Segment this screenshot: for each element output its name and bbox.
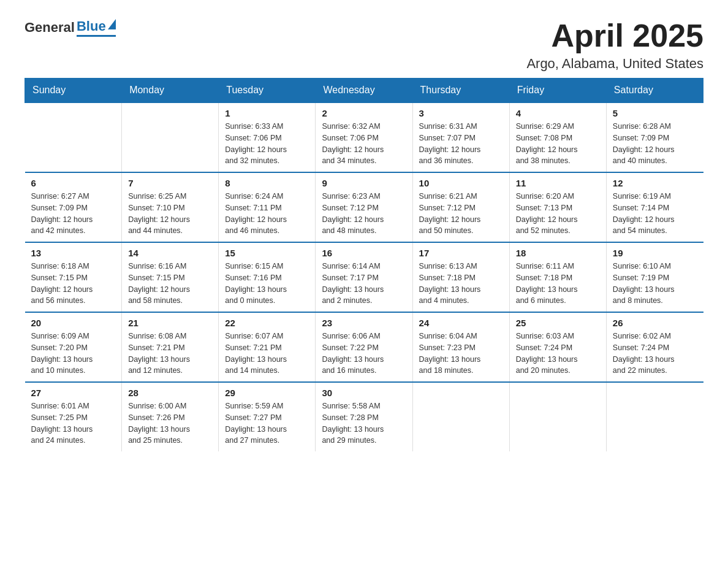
day-number: 29 [225, 388, 309, 398]
calendar-header-tuesday: Tuesday [219, 79, 316, 103]
calendar-cell [509, 382, 606, 451]
day-number: 30 [322, 388, 406, 398]
calendar-cell: 29Sunrise: 5:59 AM Sunset: 7:27 PM Dayli… [219, 382, 316, 451]
day-info: Sunrise: 6:19 AM Sunset: 7:14 PM Dayligh… [613, 191, 697, 237]
calendar-cell: 26Sunrise: 6:02 AM Sunset: 7:24 PM Dayli… [606, 312, 703, 382]
day-info: Sunrise: 6:24 AM Sunset: 7:11 PM Dayligh… [225, 191, 309, 237]
day-number: 5 [613, 108, 697, 118]
day-number: 20 [31, 318, 116, 328]
day-info: Sunrise: 6:15 AM Sunset: 7:16 PM Dayligh… [225, 261, 309, 307]
location-title: Argo, Alabama, United States [526, 56, 703, 72]
day-info: Sunrise: 6:10 AM Sunset: 7:19 PM Dayligh… [613, 261, 697, 307]
day-number: 12 [613, 178, 697, 188]
day-info: Sunrise: 6:29 AM Sunset: 7:08 PM Dayligh… [516, 121, 600, 167]
calendar-cell: 7Sunrise: 6:25 AM Sunset: 7:10 PM Daylig… [122, 172, 219, 242]
calendar-cell [122, 102, 219, 172]
day-info: Sunrise: 6:07 AM Sunset: 7:21 PM Dayligh… [225, 331, 309, 377]
calendar-cell: 25Sunrise: 6:03 AM Sunset: 7:24 PM Dayli… [509, 312, 606, 382]
calendar-week-row: 6Sunrise: 6:27 AM Sunset: 7:09 PM Daylig… [25, 172, 703, 242]
logo-general: General [25, 20, 75, 36]
day-info: Sunrise: 6:14 AM Sunset: 7:17 PM Dayligh… [322, 261, 406, 307]
day-info: Sunrise: 6:25 AM Sunset: 7:10 PM Dayligh… [128, 191, 212, 237]
calendar-header-sunday: Sunday [25, 79, 122, 103]
calendar-cell: 27Sunrise: 6:01 AM Sunset: 7:25 PM Dayli… [25, 382, 122, 451]
day-info: Sunrise: 6:06 AM Sunset: 7:22 PM Dayligh… [322, 331, 406, 377]
calendar-cell: 13Sunrise: 6:18 AM Sunset: 7:15 PM Dayli… [25, 242, 122, 312]
calendar-cell: 22Sunrise: 6:07 AM Sunset: 7:21 PM Dayli… [219, 312, 316, 382]
day-number: 7 [128, 178, 212, 188]
calendar-cell: 20Sunrise: 6:09 AM Sunset: 7:20 PM Dayli… [25, 312, 122, 382]
day-number: 1 [225, 108, 309, 118]
day-number: 28 [128, 388, 212, 398]
day-number: 22 [225, 318, 309, 328]
day-info: Sunrise: 6:01 AM Sunset: 7:25 PM Dayligh… [31, 400, 116, 446]
day-number: 19 [613, 248, 697, 258]
day-number: 3 [419, 108, 503, 118]
day-info: Sunrise: 5:59 AM Sunset: 7:27 PM Dayligh… [225, 400, 309, 446]
calendar-cell: 6Sunrise: 6:27 AM Sunset: 7:09 PM Daylig… [25, 172, 122, 242]
calendar-cell: 19Sunrise: 6:10 AM Sunset: 7:19 PM Dayli… [606, 242, 703, 312]
calendar-header-row: SundayMondayTuesdayWednesdayThursdayFrid… [25, 79, 703, 103]
logo: General Blue [25, 18, 116, 37]
calendar-cell: 2Sunrise: 6:32 AM Sunset: 7:06 PM Daylig… [316, 102, 412, 172]
calendar-cell: 4Sunrise: 6:29 AM Sunset: 7:08 PM Daylig… [509, 102, 606, 172]
calendar-header-monday: Monday [122, 79, 219, 103]
day-info: Sunrise: 6:31 AM Sunset: 7:07 PM Dayligh… [419, 121, 503, 167]
calendar-cell: 3Sunrise: 6:31 AM Sunset: 7:07 PM Daylig… [412, 102, 509, 172]
day-number: 15 [225, 248, 309, 258]
day-info: Sunrise: 6:27 AM Sunset: 7:09 PM Dayligh… [31, 191, 116, 237]
calendar-cell [25, 102, 122, 172]
day-number: 18 [516, 248, 600, 258]
day-number: 9 [322, 178, 406, 188]
calendar-cell: 24Sunrise: 6:04 AM Sunset: 7:23 PM Dayli… [412, 312, 509, 382]
day-number: 24 [419, 318, 503, 328]
calendar-header-wednesday: Wednesday [316, 79, 412, 103]
day-number: 17 [419, 248, 503, 258]
day-number: 27 [31, 388, 116, 398]
calendar-cell [606, 382, 703, 451]
day-info: Sunrise: 6:33 AM Sunset: 7:06 PM Dayligh… [225, 121, 309, 167]
day-number: 4 [516, 108, 600, 118]
day-info: Sunrise: 6:08 AM Sunset: 7:21 PM Dayligh… [128, 331, 212, 377]
calendar-header-thursday: Thursday [412, 79, 509, 103]
day-info: Sunrise: 6:32 AM Sunset: 7:06 PM Dayligh… [322, 121, 406, 167]
day-info: Sunrise: 6:11 AM Sunset: 7:18 PM Dayligh… [516, 261, 600, 307]
day-number: 10 [419, 178, 503, 188]
calendar-table: SundayMondayTuesdayWednesdayThursdayFrid… [25, 78, 703, 451]
title-section: April 2025 Argo, Alabama, United States [526, 18, 703, 72]
day-info: Sunrise: 6:13 AM Sunset: 7:18 PM Dayligh… [419, 261, 503, 307]
day-number: 21 [128, 318, 212, 328]
day-info: Sunrise: 6:28 AM Sunset: 7:09 PM Dayligh… [613, 121, 697, 167]
calendar-header-friday: Friday [509, 79, 606, 103]
calendar-cell [412, 382, 509, 451]
calendar-header-saturday: Saturday [606, 79, 703, 103]
calendar-cell: 5Sunrise: 6:28 AM Sunset: 7:09 PM Daylig… [606, 102, 703, 172]
calendar-cell: 23Sunrise: 6:06 AM Sunset: 7:22 PM Dayli… [316, 312, 412, 382]
calendar-cell: 12Sunrise: 6:19 AM Sunset: 7:14 PM Dayli… [606, 172, 703, 242]
calendar-week-row: 20Sunrise: 6:09 AM Sunset: 7:20 PM Dayli… [25, 312, 703, 382]
calendar-cell: 9Sunrise: 6:23 AM Sunset: 7:12 PM Daylig… [316, 172, 412, 242]
calendar-cell: 17Sunrise: 6:13 AM Sunset: 7:18 PM Dayli… [412, 242, 509, 312]
day-number: 16 [322, 248, 406, 258]
day-info: Sunrise: 6:04 AM Sunset: 7:23 PM Dayligh… [419, 331, 503, 377]
calendar-cell: 18Sunrise: 6:11 AM Sunset: 7:18 PM Dayli… [509, 242, 606, 312]
day-info: Sunrise: 5:58 AM Sunset: 7:28 PM Dayligh… [322, 400, 406, 446]
calendar-cell: 21Sunrise: 6:08 AM Sunset: 7:21 PM Dayli… [122, 312, 219, 382]
calendar-cell: 1Sunrise: 6:33 AM Sunset: 7:06 PM Daylig… [219, 102, 316, 172]
calendar-cell: 10Sunrise: 6:21 AM Sunset: 7:12 PM Dayli… [412, 172, 509, 242]
day-info: Sunrise: 6:00 AM Sunset: 7:26 PM Dayligh… [128, 400, 212, 446]
day-number: 14 [128, 248, 212, 258]
logo-blue: Blue [77, 18, 106, 34]
day-info: Sunrise: 6:20 AM Sunset: 7:13 PM Dayligh… [516, 191, 600, 237]
day-info: Sunrise: 6:16 AM Sunset: 7:15 PM Dayligh… [128, 261, 212, 307]
calendar-cell: 28Sunrise: 6:00 AM Sunset: 7:26 PM Dayli… [122, 382, 219, 451]
calendar-week-row: 13Sunrise: 6:18 AM Sunset: 7:15 PM Dayli… [25, 242, 703, 312]
calendar-cell: 8Sunrise: 6:24 AM Sunset: 7:11 PM Daylig… [219, 172, 316, 242]
calendar-week-row: 27Sunrise: 6:01 AM Sunset: 7:25 PM Dayli… [25, 382, 703, 451]
calendar-cell: 14Sunrise: 6:16 AM Sunset: 7:15 PM Dayli… [122, 242, 219, 312]
calendar-cell: 30Sunrise: 5:58 AM Sunset: 7:28 PM Dayli… [316, 382, 412, 451]
day-number: 25 [516, 318, 600, 328]
day-number: 8 [225, 178, 309, 188]
day-number: 11 [516, 178, 600, 188]
day-number: 2 [322, 108, 406, 118]
